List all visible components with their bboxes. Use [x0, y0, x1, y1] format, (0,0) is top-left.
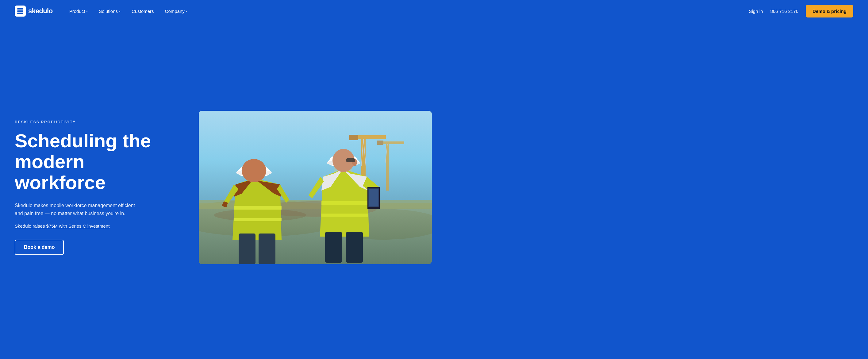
hero-eyebrow: DESKLESS PRODUCTIVITY — [15, 120, 180, 124]
phone-number[interactable]: 866 716 2176 — [770, 8, 798, 14]
svg-rect-15 — [386, 142, 389, 190]
nav-item-customers[interactable]: Customers — [127, 6, 158, 16]
nav-item-solutions[interactable]: Solutions ▾ — [94, 6, 125, 16]
demo-pricing-button[interactable]: Demo & pricing — [806, 5, 853, 18]
product-chevron-icon: ▾ — [86, 9, 88, 13]
svg-rect-43 — [325, 232, 342, 263]
news-link[interactable]: Skedulo raises $75M with Series C invest… — [15, 223, 110, 229]
book-demo-button[interactable]: Book a demo — [15, 240, 64, 255]
svg-rect-14 — [349, 135, 358, 140]
svg-rect-31 — [258, 234, 275, 264]
nav-solutions-label: Solutions — [99, 8, 118, 14]
nav-product-label: Product — [69, 8, 85, 14]
logo-link[interactable]: skedulo — [15, 5, 53, 17]
nav-company-label: Company — [165, 8, 185, 14]
hero-section: DESKLESS PRODUCTIVITY Scheduling the mod… — [0, 22, 868, 359]
svg-rect-44 — [346, 232, 363, 263]
svg-point-29 — [242, 159, 266, 182]
logo-icon — [15, 5, 26, 17]
hero-title: Scheduling the modern workforce — [15, 130, 180, 193]
svg-rect-42 — [369, 189, 378, 207]
solutions-chevron-icon: ▾ — [119, 9, 121, 13]
svg-rect-1 — [17, 10, 23, 12]
company-chevron-icon: ▾ — [186, 9, 187, 13]
nav-item-company[interactable]: Company ▾ — [161, 6, 192, 16]
svg-rect-24 — [234, 218, 282, 221]
hero-illustration — [199, 111, 432, 264]
nav-links: Product ▾ Solutions ▾ Customers Company … — [65, 6, 749, 16]
svg-rect-23 — [234, 206, 282, 210]
hero-content: DESKLESS PRODUCTIVITY Scheduling the mod… — [15, 120, 180, 255]
signin-link[interactable]: Sign in — [749, 8, 763, 14]
svg-rect-0 — [17, 8, 23, 9]
svg-rect-40 — [346, 158, 355, 162]
svg-rect-2 — [17, 12, 23, 14]
hero-description: Skedulo makes mobile workforce managemen… — [15, 202, 144, 217]
nav-customers-label: Customers — [131, 8, 154, 14]
logo-text: skedulo — [28, 7, 53, 15]
svg-rect-18 — [377, 141, 383, 145]
nav-right: Sign in 866 716 2176 Demo & pricing — [749, 5, 854, 18]
hero-image — [199, 111, 432, 264]
svg-rect-33 — [321, 214, 368, 217]
nav-item-product[interactable]: Product ▾ — [65, 6, 92, 16]
main-navigation: skedulo Product ▾ Solutions ▾ Customers … — [0, 0, 868, 22]
svg-rect-32 — [321, 201, 368, 205]
svg-rect-30 — [239, 234, 255, 264]
